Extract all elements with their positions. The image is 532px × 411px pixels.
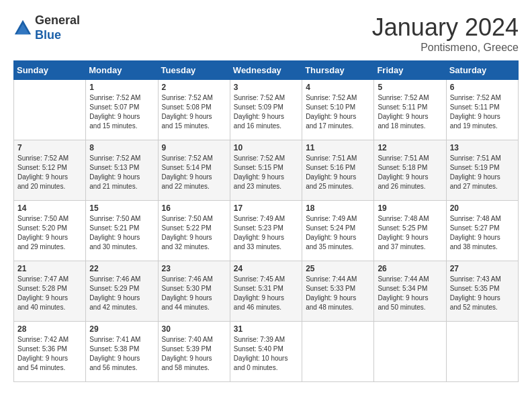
calendar-cell: 17Sunrise: 7:49 AM Sunset: 5:23 PM Dayli… xyxy=(230,201,302,261)
calendar-cell: 31Sunrise: 7:39 AM Sunset: 5:40 PM Dayli… xyxy=(230,322,302,382)
logo-blue-text: Blue xyxy=(35,28,61,42)
day-info: Sunrise: 7:42 AM Sunset: 5:36 PM Dayligh… xyxy=(17,335,82,373)
day-info: Sunrise: 7:49 AM Sunset: 5:23 PM Dayligh… xyxy=(234,214,298,252)
calendar-cell: 14Sunrise: 7:50 AM Sunset: 5:20 PM Dayli… xyxy=(14,201,86,261)
calendar-cell: 11Sunrise: 7:51 AM Sunset: 5:16 PM Dayli… xyxy=(302,140,374,201)
calendar-cell: 8Sunrise: 7:52 AM Sunset: 5:13 PM Daylig… xyxy=(86,140,158,201)
day-number: 9 xyxy=(162,143,226,152)
day-number: 15 xyxy=(89,203,154,213)
calendar-week-row: 14Sunrise: 7:50 AM Sunset: 5:20 PM Dayli… xyxy=(14,201,519,261)
day-number: 2 xyxy=(162,83,226,92)
calendar-cell xyxy=(14,80,86,140)
page-header: General Blue January 2024 Pontismeno, Gr… xyxy=(13,13,519,54)
day-info: Sunrise: 7:52 AM Sunset: 5:11 PM Dayligh… xyxy=(450,93,515,131)
calendar-cell: 29Sunrise: 7:41 AM Sunset: 5:38 PM Dayli… xyxy=(86,322,158,382)
calendar-cell: 25Sunrise: 7:44 AM Sunset: 5:33 PM Dayli… xyxy=(302,261,374,322)
day-info: Sunrise: 7:46 AM Sunset: 5:30 PM Dayligh… xyxy=(162,275,226,312)
calendar-cell: 12Sunrise: 7:51 AM Sunset: 5:18 PM Dayli… xyxy=(374,140,446,201)
calendar-cell: 2Sunrise: 7:52 AM Sunset: 5:08 PM Daylig… xyxy=(158,80,230,140)
day-info: Sunrise: 7:52 AM Sunset: 5:08 PM Dayligh… xyxy=(162,93,226,131)
calendar-cell: 15Sunrise: 7:50 AM Sunset: 5:21 PM Dayli… xyxy=(86,201,158,261)
day-number: 24 xyxy=(234,264,298,273)
day-info: Sunrise: 7:49 AM Sunset: 5:24 PM Dayligh… xyxy=(306,214,370,252)
calendar-week-row: 1Sunrise: 7:52 AM Sunset: 5:07 PM Daylig… xyxy=(14,80,519,140)
day-number: 29 xyxy=(89,324,154,334)
day-number: 22 xyxy=(89,264,154,273)
day-info: Sunrise: 7:52 AM Sunset: 5:09 PM Dayligh… xyxy=(234,93,298,131)
day-info: Sunrise: 7:47 AM Sunset: 5:28 PM Dayligh… xyxy=(17,275,82,312)
day-info: Sunrise: 7:50 AM Sunset: 5:22 PM Dayligh… xyxy=(162,214,226,252)
calendar-cell: 9Sunrise: 7:52 AM Sunset: 5:14 PM Daylig… xyxy=(158,140,230,201)
day-number: 23 xyxy=(162,264,226,273)
day-info: Sunrise: 7:52 AM Sunset: 5:14 PM Dayligh… xyxy=(162,154,226,191)
calendar-cell: 6Sunrise: 7:52 AM Sunset: 5:11 PM Daylig… xyxy=(446,80,518,140)
weekday-header: Saturday xyxy=(446,61,518,80)
calendar-cell: 26Sunrise: 7:44 AM Sunset: 5:34 PM Dayli… xyxy=(374,261,446,322)
calendar-week-row: 7Sunrise: 7:52 AM Sunset: 5:12 PM Daylig… xyxy=(14,140,519,201)
day-info: Sunrise: 7:44 AM Sunset: 5:34 PM Dayligh… xyxy=(378,275,442,312)
day-number: 7 xyxy=(17,143,82,152)
day-info: Sunrise: 7:41 AM Sunset: 5:38 PM Dayligh… xyxy=(89,335,154,373)
day-info: Sunrise: 7:52 AM Sunset: 5:11 PM Dayligh… xyxy=(378,93,442,131)
day-number: 1 xyxy=(89,83,154,92)
day-info: Sunrise: 7:52 AM Sunset: 5:15 PM Dayligh… xyxy=(234,154,298,191)
calendar-cell: 28Sunrise: 7:42 AM Sunset: 5:36 PM Dayli… xyxy=(14,322,86,382)
day-number: 21 xyxy=(17,264,82,273)
calendar-table: SundayMondayTuesdayWednesdayThursdayFrid… xyxy=(13,60,519,382)
calendar-cell xyxy=(374,322,446,382)
day-number: 26 xyxy=(378,264,442,273)
calendar-cell: 13Sunrise: 7:51 AM Sunset: 5:19 PM Dayli… xyxy=(446,140,518,201)
calendar-cell: 4Sunrise: 7:52 AM Sunset: 5:10 PM Daylig… xyxy=(302,80,374,140)
calendar-cell: 20Sunrise: 7:48 AM Sunset: 5:27 PM Dayli… xyxy=(446,201,518,261)
day-number: 25 xyxy=(306,264,370,273)
day-number: 30 xyxy=(162,324,226,334)
day-number: 10 xyxy=(234,143,298,152)
day-number: 19 xyxy=(378,203,442,213)
calendar-week-row: 21Sunrise: 7:47 AM Sunset: 5:28 PM Dayli… xyxy=(14,261,519,322)
calendar-cell xyxy=(446,322,518,382)
day-info: Sunrise: 7:51 AM Sunset: 5:16 PM Dayligh… xyxy=(306,154,370,191)
day-info: Sunrise: 7:51 AM Sunset: 5:18 PM Dayligh… xyxy=(378,154,442,191)
day-info: Sunrise: 7:43 AM Sunset: 5:35 PM Dayligh… xyxy=(450,275,515,312)
day-info: Sunrise: 7:52 AM Sunset: 5:10 PM Dayligh… xyxy=(306,93,370,131)
day-number: 4 xyxy=(306,83,370,92)
day-number: 11 xyxy=(306,143,370,152)
calendar-cell: 19Sunrise: 7:48 AM Sunset: 5:25 PM Dayli… xyxy=(374,201,446,261)
day-info: Sunrise: 7:50 AM Sunset: 5:21 PM Dayligh… xyxy=(89,214,154,252)
calendar-cell: 3Sunrise: 7:52 AM Sunset: 5:09 PM Daylig… xyxy=(230,80,302,140)
day-number: 3 xyxy=(234,83,298,92)
day-number: 18 xyxy=(306,203,370,213)
calendar-cell: 24Sunrise: 7:45 AM Sunset: 5:31 PM Dayli… xyxy=(230,261,302,322)
calendar-cell: 1Sunrise: 7:52 AM Sunset: 5:07 PM Daylig… xyxy=(86,80,158,140)
weekday-header: Thursday xyxy=(302,61,374,80)
weekday-header: Monday xyxy=(86,61,158,80)
day-number: 28 xyxy=(17,324,82,334)
calendar-week-row: 28Sunrise: 7:42 AM Sunset: 5:36 PM Dayli… xyxy=(14,322,519,382)
header-row: SundayMondayTuesdayWednesdayThursdayFrid… xyxy=(14,61,519,80)
day-number: 6 xyxy=(450,83,515,92)
weekday-header: Tuesday xyxy=(158,61,230,80)
calendar-cell: 21Sunrise: 7:47 AM Sunset: 5:28 PM Dayli… xyxy=(14,261,86,322)
calendar-cell: 18Sunrise: 7:49 AM Sunset: 5:24 PM Dayli… xyxy=(302,201,374,261)
day-info: Sunrise: 7:48 AM Sunset: 5:25 PM Dayligh… xyxy=(378,214,442,252)
day-number: 31 xyxy=(234,324,298,334)
day-info: Sunrise: 7:52 AM Sunset: 5:13 PM Dayligh… xyxy=(89,154,154,191)
weekday-header: Friday xyxy=(374,61,446,80)
calendar-cell: 30Sunrise: 7:40 AM Sunset: 5:39 PM Dayli… xyxy=(158,322,230,382)
day-info: Sunrise: 7:52 AM Sunset: 5:07 PM Dayligh… xyxy=(89,93,154,131)
calendar-cell: 27Sunrise: 7:43 AM Sunset: 5:35 PM Dayli… xyxy=(446,261,518,322)
day-number: 20 xyxy=(450,203,515,213)
day-info: Sunrise: 7:39 AM Sunset: 5:40 PM Dayligh… xyxy=(234,335,298,373)
calendar-cell: 10Sunrise: 7:52 AM Sunset: 5:15 PM Dayli… xyxy=(230,140,302,201)
day-info: Sunrise: 7:48 AM Sunset: 5:27 PM Dayligh… xyxy=(450,214,515,252)
logo-general-text: General xyxy=(35,13,80,27)
day-info: Sunrise: 7:52 AM Sunset: 5:12 PM Dayligh… xyxy=(17,154,82,191)
day-info: Sunrise: 7:44 AM Sunset: 5:33 PM Dayligh… xyxy=(306,275,370,312)
weekday-header: Sunday xyxy=(14,61,86,80)
day-info: Sunrise: 7:50 AM Sunset: 5:20 PM Dayligh… xyxy=(17,214,82,252)
calendar-cell: 23Sunrise: 7:46 AM Sunset: 5:30 PM Dayli… xyxy=(158,261,230,322)
logo-icon xyxy=(13,19,32,38)
calendar-cell: 16Sunrise: 7:50 AM Sunset: 5:22 PM Dayli… xyxy=(158,201,230,261)
calendar-cell: 22Sunrise: 7:46 AM Sunset: 5:29 PM Dayli… xyxy=(86,261,158,322)
day-info: Sunrise: 7:51 AM Sunset: 5:19 PM Dayligh… xyxy=(450,154,515,191)
